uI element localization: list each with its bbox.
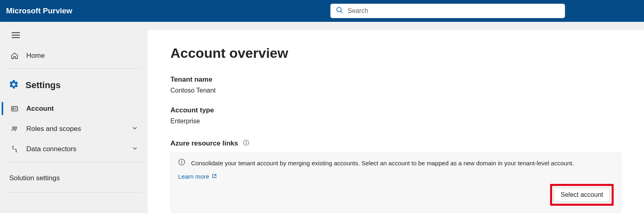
tenant-name-label: Tenant name bbox=[170, 76, 621, 84]
connectors-icon bbox=[10, 145, 19, 153]
product-title: Microsoft Purview bbox=[6, 6, 72, 15]
info-icon[interactable] bbox=[243, 139, 249, 148]
nav-section-settings: Settings bbox=[6, 72, 142, 99]
account-type-block: Account type Enterprise bbox=[170, 106, 621, 125]
nav-home-label: Home bbox=[26, 52, 138, 60]
nav-account[interactable]: Account bbox=[6, 99, 142, 119]
chevron-down-icon bbox=[132, 125, 138, 133]
learn-more-link[interactable]: Learn more bbox=[178, 173, 217, 180]
external-link-icon bbox=[212, 173, 217, 180]
svg-point-12 bbox=[246, 141, 247, 142]
search-box[interactable] bbox=[330, 4, 565, 18]
nav-roles[interactable]: Roles and scopes bbox=[6, 119, 142, 139]
page-title: Account overview bbox=[170, 45, 621, 61]
search-icon bbox=[336, 6, 344, 16]
svg-rect-2 bbox=[12, 106, 18, 111]
svg-point-0 bbox=[337, 7, 341, 12]
divider bbox=[6, 192, 142, 192]
tenant-name-value: Contoso Tenant bbox=[170, 87, 621, 94]
nav-roles-label: Roles and scopes bbox=[26, 125, 125, 133]
banner-text: Consolidate your tenant account by mergi… bbox=[191, 160, 574, 167]
nav-home[interactable]: Home bbox=[6, 46, 142, 66]
settings-heading: Settings bbox=[26, 80, 61, 91]
nav-account-label: Account bbox=[26, 105, 138, 113]
learn-more-label: Learn more bbox=[178, 173, 209, 180]
info-line: Consolidate your tenant account by mergi… bbox=[178, 158, 614, 180]
search-input[interactable] bbox=[348, 7, 560, 15]
banner-actions: Select account bbox=[178, 184, 614, 206]
main-panel: Account overview Tenant name Contoso Ten… bbox=[148, 30, 644, 213]
nav-connectors[interactable]: Data connectors bbox=[6, 139, 142, 159]
svg-point-7 bbox=[15, 127, 17, 129]
solution-settings-label: Solution settings bbox=[9, 174, 60, 182]
app-header: Microsoft Purview bbox=[0, 0, 644, 22]
azure-links-label: Azure resource links bbox=[170, 139, 238, 148]
select-account-button[interactable]: Select account bbox=[554, 188, 610, 202]
search-container bbox=[330, 4, 565, 18]
svg-point-15 bbox=[181, 160, 182, 161]
svg-point-6 bbox=[13, 127, 15, 129]
gear-icon bbox=[9, 79, 19, 91]
nav-connectors-label: Data connectors bbox=[26, 145, 125, 153]
svg-point-3 bbox=[13, 108, 14, 109]
svg-line-1 bbox=[341, 11, 342, 13]
account-type-value: Enterprise bbox=[170, 118, 621, 125]
chevron-down-icon bbox=[132, 146, 138, 153]
highlight-ring: Select account bbox=[550, 184, 614, 206]
hamburger-icon[interactable] bbox=[8, 28, 24, 42]
nav-solution-settings[interactable]: Solution settings bbox=[6, 165, 142, 190]
svg-line-16 bbox=[214, 175, 216, 176]
divider bbox=[6, 68, 142, 69]
azure-links-heading: Azure resource links bbox=[170, 139, 621, 148]
account-type-label: Account type bbox=[170, 106, 621, 114]
sidebar: Home Settings Account Roles and scopes bbox=[0, 22, 148, 213]
info-icon bbox=[178, 158, 185, 167]
roles-icon bbox=[10, 125, 19, 133]
tenant-name-block: Tenant name Contoso Tenant bbox=[170, 76, 621, 94]
divider bbox=[6, 162, 142, 162]
info-banner: Consolidate your tenant account by mergi… bbox=[170, 152, 621, 213]
account-card-icon bbox=[10, 105, 19, 113]
layout: Home Settings Account Roles and scopes bbox=[0, 22, 644, 213]
home-icon bbox=[10, 52, 19, 60]
